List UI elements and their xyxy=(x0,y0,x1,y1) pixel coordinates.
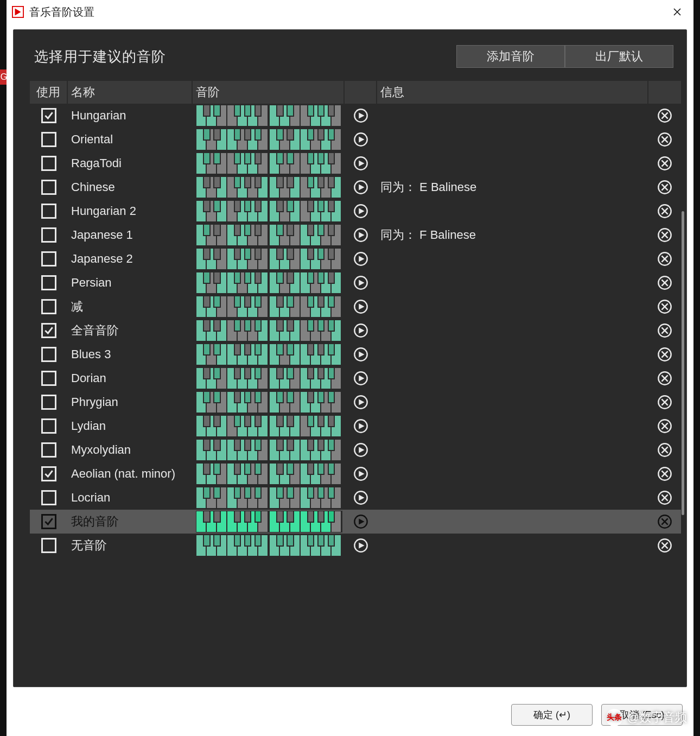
delete-button[interactable] xyxy=(657,370,673,386)
scale-name[interactable]: Locrian xyxy=(68,491,193,505)
delete-button[interactable] xyxy=(657,155,673,172)
delete-button[interactable] xyxy=(657,346,673,363)
play-button[interactable] xyxy=(353,227,369,243)
delete-button[interactable] xyxy=(657,394,673,410)
scale-name[interactable]: Blues 3 xyxy=(68,347,193,361)
table-row[interactable]: Chinese同为： E Balinese xyxy=(30,175,681,199)
cancel-button[interactable]: 取消 (Esc) xyxy=(601,704,683,726)
scale-name[interactable]: Phrygian xyxy=(68,395,193,409)
use-checkbox[interactable] xyxy=(41,538,56,553)
factory-default-button[interactable]: 出厂默认 xyxy=(565,45,673,68)
play-button[interactable] xyxy=(353,203,369,219)
table-row[interactable]: 我的音阶 xyxy=(30,510,681,534)
use-checkbox[interactable] xyxy=(41,514,56,529)
use-checkbox[interactable] xyxy=(41,323,56,338)
play-button[interactable] xyxy=(353,251,369,267)
scale-name[interactable]: Japanese 2 xyxy=(68,252,193,266)
play-button[interactable] xyxy=(353,370,369,386)
col-header-name[interactable]: 名称 xyxy=(68,81,193,104)
play-button[interactable] xyxy=(353,346,369,363)
scale-name[interactable]: Persian xyxy=(68,276,193,290)
use-checkbox[interactable] xyxy=(41,251,56,267)
delete-button[interactable] xyxy=(657,227,673,243)
use-checkbox[interactable] xyxy=(41,180,56,195)
play-button[interactable] xyxy=(353,466,369,482)
table-row[interactable]: Persian xyxy=(30,271,681,295)
scale-name[interactable]: 减 xyxy=(68,299,193,315)
scale-name[interactable]: RagaTodi xyxy=(68,156,193,170)
play-button[interactable] xyxy=(353,442,369,458)
use-checkbox[interactable] xyxy=(41,275,56,290)
table-row[interactable]: Japanese 1同为： F Balinese xyxy=(30,223,681,247)
use-checkbox[interactable] xyxy=(41,108,56,123)
play-button[interactable] xyxy=(353,513,369,530)
scale-name[interactable]: Hungarian xyxy=(68,109,193,123)
use-checkbox[interactable] xyxy=(41,347,56,362)
scale-name[interactable]: 我的音阶 xyxy=(68,513,193,530)
use-checkbox[interactable] xyxy=(41,442,56,458)
scale-name[interactable]: Hungarian 2 xyxy=(68,204,193,218)
col-header-use[interactable]: 使用 xyxy=(30,81,68,104)
delete-button[interactable] xyxy=(657,131,673,148)
delete-button[interactable] xyxy=(657,251,673,267)
play-button[interactable] xyxy=(353,299,369,315)
add-scale-button[interactable]: 添加音阶 xyxy=(456,45,565,68)
use-checkbox[interactable] xyxy=(41,371,56,386)
scale-name[interactable]: Japanese 1 xyxy=(68,228,193,242)
use-checkbox[interactable] xyxy=(41,204,56,219)
close-button[interactable] xyxy=(666,1,688,23)
table-row[interactable]: Japanese 2 xyxy=(30,247,681,271)
delete-button[interactable] xyxy=(657,418,673,434)
play-button[interactable] xyxy=(353,131,369,148)
play-button[interactable] xyxy=(353,490,369,506)
play-button[interactable] xyxy=(353,275,369,291)
col-header-scale[interactable]: 音阶 xyxy=(193,81,345,104)
delete-button[interactable] xyxy=(657,203,673,219)
table-row[interactable]: 减 xyxy=(30,295,681,319)
delete-button[interactable] xyxy=(657,513,673,530)
play-button[interactable] xyxy=(353,537,369,554)
scrollbar-thumb[interactable] xyxy=(682,211,684,515)
scale-name[interactable]: 无音阶 xyxy=(68,537,193,554)
use-checkbox[interactable] xyxy=(41,132,56,147)
scale-name[interactable]: Dorian xyxy=(68,371,193,385)
use-checkbox[interactable] xyxy=(41,418,56,434)
use-checkbox[interactable] xyxy=(41,395,56,410)
use-checkbox[interactable] xyxy=(41,490,56,505)
table-row[interactable]: Blues 3 xyxy=(30,342,681,366)
table-row[interactable]: Dorian xyxy=(30,366,681,390)
delete-button[interactable] xyxy=(657,466,673,482)
play-button[interactable] xyxy=(353,394,369,410)
col-header-info[interactable]: 信息 xyxy=(377,81,648,104)
delete-button[interactable] xyxy=(657,179,673,195)
scale-name[interactable]: Chinese xyxy=(68,180,193,194)
delete-button[interactable] xyxy=(657,442,673,458)
play-button[interactable] xyxy=(353,322,369,339)
table-row[interactable]: 无音阶 xyxy=(30,534,681,557)
scale-name[interactable]: Oriental xyxy=(68,132,193,147)
delete-button[interactable] xyxy=(657,275,673,291)
delete-button[interactable] xyxy=(657,107,673,124)
delete-button[interactable] xyxy=(657,322,673,339)
play-button[interactable] xyxy=(353,418,369,434)
table-row[interactable]: Hungarian 2 xyxy=(30,199,681,223)
scale-name[interactable]: Myxolydian xyxy=(68,443,193,457)
table-row[interactable]: Hungarian xyxy=(30,104,681,128)
use-checkbox[interactable] xyxy=(41,466,56,481)
table-row[interactable]: Oriental xyxy=(30,128,681,151)
table-row[interactable]: Aeolian (nat. minor) xyxy=(30,462,681,486)
delete-button[interactable] xyxy=(657,537,673,554)
scale-name[interactable]: 全音音阶 xyxy=(68,322,193,339)
table-row[interactable]: 全音音阶 xyxy=(30,319,681,342)
use-checkbox[interactable] xyxy=(41,227,56,243)
table-row[interactable]: Phrygian xyxy=(30,390,681,414)
play-button[interactable] xyxy=(353,179,369,195)
use-checkbox[interactable] xyxy=(41,299,56,314)
ok-button[interactable]: 确定 (↵) xyxy=(511,704,593,726)
scale-name[interactable]: Aeolian (nat. minor) xyxy=(68,467,193,481)
delete-button[interactable] xyxy=(657,490,673,506)
table-row[interactable]: Locrian xyxy=(30,486,681,510)
delete-button[interactable] xyxy=(657,299,673,315)
table-row[interactable]: Myxolydian xyxy=(30,438,681,462)
use-checkbox[interactable] xyxy=(41,156,56,171)
